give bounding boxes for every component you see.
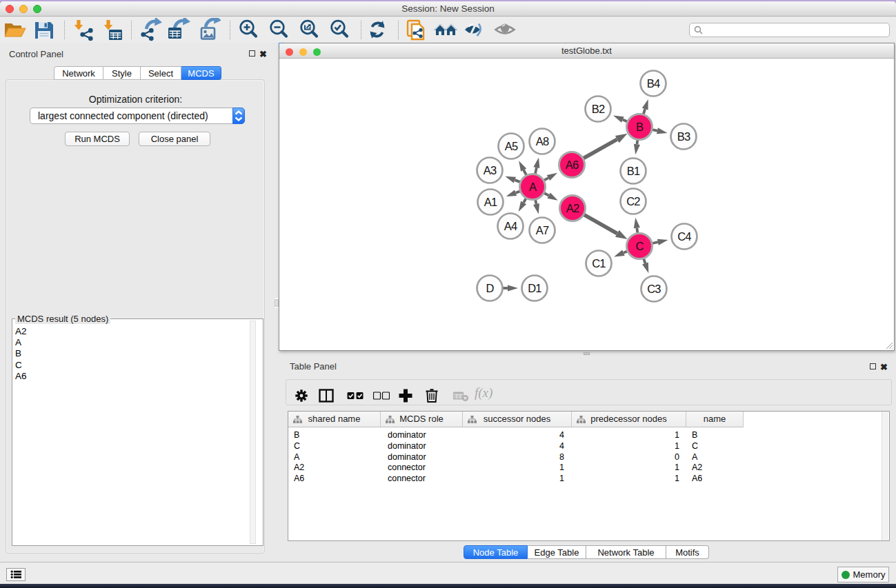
svg-text:B3: B3: [677, 130, 690, 143]
svg-text:C4: C4: [677, 230, 691, 243]
svg-text:A7: A7: [536, 224, 549, 236]
svg-text:C3: C3: [647, 283, 661, 295]
svg-text:A6: A6: [566, 159, 579, 171]
svg-text:A5: A5: [505, 140, 518, 152]
svg-text:B4: B4: [647, 77, 660, 90]
svg-text:A3: A3: [484, 164, 497, 176]
svg-text:B2: B2: [592, 103, 605, 115]
svg-text:D: D: [486, 282, 494, 294]
svg-text:A2: A2: [566, 202, 579, 214]
svg-text:A1: A1: [484, 196, 497, 208]
svg-text:C1: C1: [592, 257, 606, 270]
svg-text:D1: D1: [528, 282, 541, 294]
svg-text:B1: B1: [627, 165, 640, 177]
svg-text:A8: A8: [536, 135, 549, 148]
svg-text:C: C: [635, 240, 644, 252]
svg-text:C2: C2: [626, 195, 640, 207]
svg-text:B: B: [636, 121, 644, 133]
svg-text:A: A: [529, 181, 537, 193]
svg-text:A4: A4: [504, 220, 517, 232]
